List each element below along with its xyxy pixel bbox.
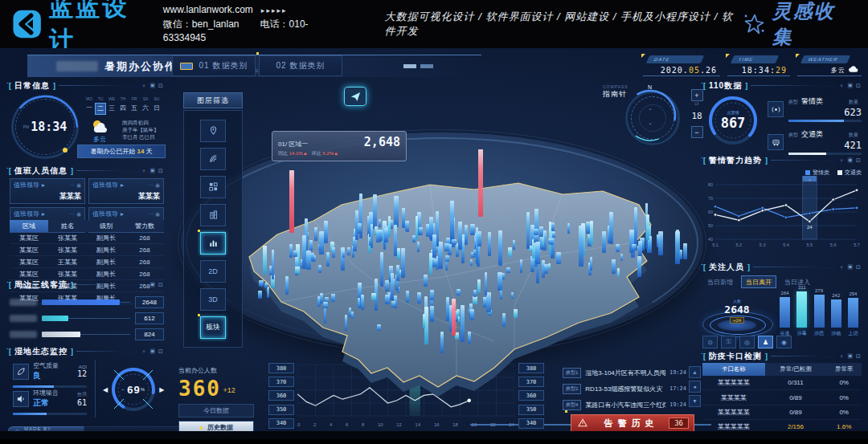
layer-button-3d[interactable]: 3D — [200, 288, 226, 311]
map-bar — [477, 231, 481, 246]
zoom-out-button[interactable]: − — [691, 126, 703, 138]
target-icon[interactable]: ◎ — [739, 336, 755, 348]
map-bar — [679, 250, 682, 259]
panel-header-duty: ˙[值班人员信息] ·····＋ ▣ ⊡ — [6, 165, 164, 176]
tab-data-category-1[interactable]: 01 数据类别 — [172, 55, 256, 76]
focus-tab[interactable]: 当日离开 — [741, 275, 776, 288]
tooltip-value: 2,648 — [364, 135, 400, 149]
map-bar — [609, 212, 614, 245]
paper-plane-marker[interactable] — [344, 87, 366, 106]
map-bar — [450, 201, 454, 240]
map-bar — [430, 306, 434, 321]
scroll-down-icon[interactable]: ▼ — [689, 395, 701, 407]
layer-button-plate[interactable]: 板块 — [200, 316, 226, 339]
vehicle-icon[interactable]: ⊙ — [702, 336, 718, 348]
zoom-level-label: LV — [694, 101, 699, 106]
x-tick: 12 — [396, 422, 402, 427]
star-icon — [743, 12, 766, 36]
panel-header-controls[interactable]: ＋ ▣ ⊡ — [141, 167, 164, 175]
compass-widget: COMPASS 指南针 N ⌃ ⌄ + LV 18 − — [603, 84, 703, 161]
panel-title: 关注人员 — [709, 262, 744, 273]
weekday-cell[interactable]: SU 日 — [151, 96, 162, 115]
person-icon[interactable]: ♟ — [758, 336, 773, 348]
x-tick: 10 — [378, 422, 383, 427]
panel-title: 日常信息 — [14, 80, 50, 92]
panel-header-controls[interactable]: ＋ ▣ ⊡ — [141, 82, 164, 90]
alarm-bar — [788, 120, 862, 122]
svg-text:5.5: 5.5 — [807, 242, 813, 247]
y-tick: 340 — [268, 418, 294, 429]
map-bar — [637, 256, 641, 277]
map-bar — [444, 243, 449, 251]
duty-table-header: 区域姓名 级别警力数 — [10, 220, 164, 232]
notice-bar: 暑期办公已开始 14 天 — [77, 145, 166, 158]
weekday-strip: MO 一 TU 二 WE 三 TH 四 FR 五 SA 六 SU 日 — [84, 96, 162, 115]
zoom-in-button[interactable]: + — [691, 89, 703, 101]
eye-icon[interactable]: ◉ — [776, 336, 792, 348]
office-data-button[interactable]: 历史数据 — [178, 421, 254, 434]
focus-bar: 254上访 — [845, 278, 862, 337]
weekday-cell[interactable]: WE 三 — [106, 96, 117, 115]
layer-button-bar-chart[interactable] — [200, 232, 226, 255]
svg-text:5.1: 5.1 — [712, 242, 719, 247]
eco-gauge-value: 69 — [127, 384, 140, 396]
scroll-mid-icon[interactable]: ● — [689, 381, 701, 393]
gauge-next-arrow[interactable]: ▶ — [159, 386, 164, 393]
map-bar — [632, 244, 636, 250]
map-bar — [391, 301, 395, 308]
weekday-cell[interactable]: TH 四 — [117, 96, 129, 115]
focus-tab[interactable]: 当日新增 — [702, 275, 738, 288]
svg-text:40: 40 — [708, 237, 713, 242]
svg-text:50: 50 — [708, 223, 713, 228]
key-icon[interactable]: ⚿ — [721, 336, 736, 348]
map-bar — [446, 297, 448, 320]
layer-button-building[interactable] — [200, 204, 226, 226]
weekday-cell[interactable]: TU 二 — [95, 96, 106, 115]
flow-label-redacted — [10, 299, 37, 306]
map-bar — [358, 223, 362, 234]
layer-button-signal[interactable] — [200, 148, 226, 170]
panel-header-controls[interactable]: ＋ ▣ ⊡ — [141, 348, 164, 356]
map-bar — [371, 293, 376, 300]
panel-header-controls[interactable]: ＋ ▣ ⊡ — [141, 281, 164, 289]
flow-bar — [42, 332, 80, 337]
layer-button-grid[interactable] — [200, 176, 226, 198]
screenshot-root: 蓝蓝设计 www.lanlanwork.com▸▸▸▸▸ 微信：ben_lanl… — [0, 0, 868, 444]
layer-button-location[interactable] — [200, 120, 226, 142]
focus-icon-row: ⊙ ⚿ ◎ ♟ ◉ — [702, 336, 795, 348]
map-bar — [488, 232, 491, 256]
website-text: www.lanlanwork.com — [163, 4, 253, 15]
titleplate-ticks — [403, 64, 433, 68]
weekday-cell[interactable]: MO 一 — [84, 96, 95, 115]
duty-table-row: 某某区张某某 副局长268 — [10, 268, 164, 280]
map-bar — [406, 221, 409, 232]
panel-header-controls[interactable]: ＋ ▣ ⊡ — [838, 263, 862, 271]
panel-header-controls[interactable]: ＋ ▣ ⊡ — [838, 82, 862, 90]
gauge-prev-arrow[interactable]: ◀ — [103, 386, 108, 393]
svg-text:24: 24 — [807, 225, 813, 230]
weekday-cell[interactable]: FR 五 — [129, 96, 140, 115]
map-bar — [552, 232, 555, 238]
leaf-icon — [13, 364, 29, 380]
map-bar — [430, 290, 434, 300]
list-110: 类型警情类 数量 623 类型交通类 数量 421 — [768, 96, 862, 162]
duty-card[interactable]: 值班领导▸⋯ ◉ 某某某 — [10, 178, 85, 204]
map-bar — [434, 259, 437, 266]
panel-title: 湿地生态监控 — [14, 346, 68, 357]
y-tick: 340 — [518, 418, 544, 429]
map-bar — [263, 246, 267, 274]
weekday-cell[interactable]: SA 六 — [140, 96, 151, 115]
map-bar — [358, 298, 360, 308]
tab-data-category-2[interactable]: 02 数据类别 — [259, 55, 342, 76]
map-bar — [602, 231, 606, 253]
alert-history-button[interactable]: 告警历史 36 — [571, 414, 694, 432]
panel-header-controls[interactable]: ＋ ▣ ⊡ — [838, 157, 862, 165]
layer-button-2d[interactable]: 2D — [200, 260, 226, 283]
alert-history-count: 36 — [669, 418, 689, 429]
map-bar — [396, 265, 399, 281]
map-bar — [380, 252, 383, 287]
duty-card[interactable]: 值班领导▸⋯ ◉ 某某某 — [88, 178, 164, 204]
panel-header-controls[interactable]: ＋ ▣ ⊡ — [838, 352, 862, 360]
map-bar — [314, 227, 317, 241]
map-bar — [579, 226, 583, 267]
